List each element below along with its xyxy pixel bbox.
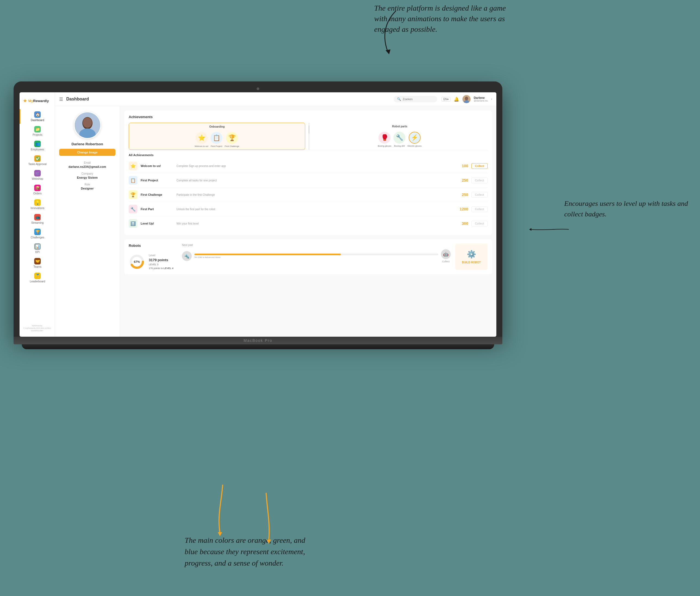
dashboard-icon: 🏠 <box>34 111 41 118</box>
collect-button-first-part[interactable]: Collect <box>471 206 488 212</box>
change-image-button[interactable]: Change Image <box>59 149 116 156</box>
sidebar-item-leaderboard[interactable]: 🥇 Leaderboard <box>20 270 55 285</box>
part-destination: 🤖 Collect <box>441 249 451 263</box>
sidebar-item-innovations[interactable]: 💡 Innovations <box>20 197 55 212</box>
level-up-achievement-points: 300 <box>454 221 468 226</box>
tab-robot-parts[interactable]: Robot parts 🥊 Boxing gloves 🔧 <box>312 123 488 150</box>
role-label: Role <box>59 183 116 186</box>
welcome-achievement-icon: ⭐ <box>129 162 138 170</box>
teams-icon: 🤝 <box>34 258 41 265</box>
collect-part-label[interactable]: Collect <box>442 260 450 263</box>
level-points: 3179 points <box>149 258 173 262</box>
right-panel: Achievements Onboarding ⭐ <box>120 106 496 337</box>
bottom-annotation: The main colors are orange, green, and b… <box>185 535 315 569</box>
menu-icon[interactable]: ☰ <box>59 97 63 102</box>
level-up-achievement-icon: ⬆️ <box>129 219 138 228</box>
profile-avatar <box>74 111 101 139</box>
role-value: Designer <box>59 187 116 190</box>
user-handle: @darlane.ns <box>474 99 488 102</box>
sidebar-item-employees[interactable]: 👥 Employees <box>20 139 55 153</box>
level-next-label: 176 points to LEVEL 4 <box>149 267 173 270</box>
search-box[interactable]: 🔍 <box>394 96 437 102</box>
email-value: darlane.ns234@gmail.com <box>59 165 116 168</box>
tasks-icon: ✅ <box>34 155 41 162</box>
boxing-gloves-icon: 🥊 <box>378 132 391 144</box>
sidebar-item-dashboard[interactable]: 🏠 Dashboard <box>20 109 55 124</box>
current-part-icon: 🔩 <box>182 251 192 261</box>
all-achievements-title: All Achievements <box>129 153 488 157</box>
laptop-base: MacBook Pro <box>14 337 502 344</box>
robots-section: Robots 67% <box>124 239 492 274</box>
collect-button-welcome[interactable]: Collect <box>471 163 488 169</box>
collect-button-first-challenge[interactable]: Collect <box>471 192 488 198</box>
laptop-camera <box>257 88 259 90</box>
build-robot-panel: ⚙️ BUILD ROBOT <box>455 244 488 270</box>
electric-gloves-label: Electric gloves <box>407 145 422 147</box>
search-input[interactable] <box>403 98 434 101</box>
top-bar-actions: EN▾ 🔔 Darlene @da <box>442 95 492 103</box>
profile-photo <box>75 111 100 139</box>
robots-level-panel: Robots 67% <box>129 244 178 270</box>
challenges-icon: 🏆 <box>34 229 41 235</box>
sidebar-item-kpi[interactable]: 📊 KPI <box>20 241 55 256</box>
tab-onboarding[interactable]: Onboarding ⭐ Welcom to us! 📋 <box>129 123 305 150</box>
app-layout: ★ MyRewardly 🏠 Dashboard 📁 Projects <box>20 92 496 337</box>
first-challenge-achievement-name: First Challenge <box>141 193 173 196</box>
level-up-achievement-desc: Win your first level <box>176 222 451 225</box>
first-challenge-achievement-points: 250 <box>454 193 468 197</box>
language-selector[interactable]: EN▾ <box>442 97 450 102</box>
badge-first-project: 📋 First Project <box>210 132 222 147</box>
app-screen: ★ MyRewardly 🏠 Dashboard 📁 Projects <box>20 92 496 337</box>
bottom-left-arrow-icon <box>212 482 233 536</box>
first-challenge-badge-icon: 🏆 <box>226 132 238 144</box>
first-project-achievement-points: 250 <box>454 178 468 182</box>
company-label: Company <box>59 172 116 175</box>
first-project-achievement-name: First Project <box>141 179 173 182</box>
laptop-container: ★ MyRewardly 🏠 Dashboard 📁 Projects <box>14 81 502 349</box>
collect-button-level-up[interactable]: Collect <box>471 221 488 226</box>
projects-icon: 📁 <box>34 126 41 132</box>
svg-point-8 <box>83 118 92 128</box>
logo-text: MyRewardly <box>28 99 49 103</box>
sidebar-item-teams[interactable]: 🤝 Teams <box>20 256 55 270</box>
sidebar-item-orders[interactable]: 📦 Orders <box>20 182 55 197</box>
robot-part-badges: 🥊 Boxing gloves 🔧 Boxing drill <box>378 132 421 147</box>
first-project-achievement-icon: 📋 <box>129 176 138 184</box>
build-robot-label[interactable]: BUILD ROBOT <box>462 261 481 264</box>
sidebar-item-tasks[interactable]: ✅ Tasks Approval <box>20 153 55 168</box>
badge-boxing-drill: 🔧 Boxing drill <box>394 132 405 147</box>
onboarding-badges: ⭐ Welcom to us! 📋 First Project <box>195 132 239 147</box>
collect-button-first-project[interactable]: Collect <box>471 178 488 183</box>
sidebar-item-webshop[interactable]: 🛒 Webshop <box>20 168 55 182</box>
first-part-achievement-icon: 🔧 <box>129 205 138 214</box>
gear-icon: ⚙️ <box>467 250 476 259</box>
robot-level-info: Level 3179 points LEVEL 3 176 points to … <box>149 254 173 270</box>
robot-level-display: 67% Level 3179 points LEVEL 3 <box>129 254 178 270</box>
logo: ★ MyRewardly <box>20 95 55 106</box>
kpi-icon: 📊 <box>34 243 41 250</box>
notification-icon[interactable]: 🔔 <box>454 97 459 102</box>
level-up-achievement-name: Level Up! <box>141 222 173 225</box>
logo-star-icon: ★ <box>23 98 27 104</box>
sidebar-item-challenges[interactable]: 🏆 Challenges <box>20 226 55 241</box>
first-project-achievement-desc: Complete all tasks for one project <box>176 179 451 182</box>
progress-bar-wrapper: 5H 23M to Advanced Head <box>194 254 438 258</box>
welcome-badge-icon: ⭐ <box>196 132 207 144</box>
svg-marker-0 <box>385 49 391 54</box>
progress-bar-fill <box>194 254 341 255</box>
user-info: Darlene @darlane.ns <box>474 96 488 102</box>
search-icon: 🔍 <box>397 97 401 101</box>
profile-role-field: Role Designer <box>59 183 116 190</box>
page-title: Dashboard <box>66 97 394 102</box>
first-project-badge-icon: 📋 <box>210 132 222 144</box>
achievement-row-welcome: ⭐ Welcom to us! Complete Sign up process… <box>129 159 488 173</box>
achievement-row-first-project: 📋 First Project Complete all tasks for o… <box>129 173 488 188</box>
right-arrow-icon <box>526 223 575 236</box>
user-name: Darlene <box>474 96 488 99</box>
sidebar-item-streaming[interactable]: 📺 Streaming <box>20 212 55 226</box>
profile-name: Darlene Robertson <box>71 142 103 146</box>
sidebar-item-projects[interactable]: 📁 Projects <box>20 124 55 139</box>
next-part-panel: Next part 🔩 5H 23M <box>182 244 451 270</box>
first-part-achievement-name: First Part <box>141 207 173 211</box>
svg-point-3 <box>465 97 468 100</box>
